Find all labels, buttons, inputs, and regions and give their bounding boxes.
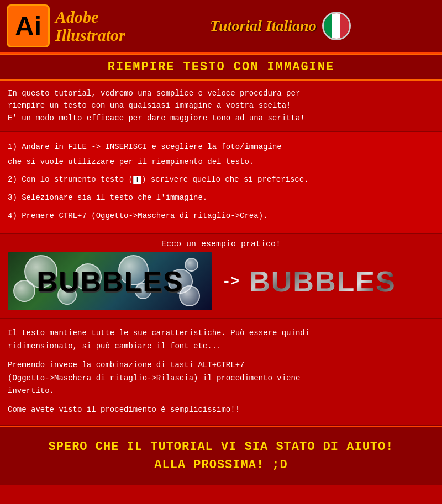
- italian-flag: [322, 12, 351, 40]
- bubbles-after-text: BUBBLES: [249, 265, 396, 298]
- step2-text-pre: 2) Con lo strumento testo (T) scrivere q…: [8, 175, 309, 184]
- flag-green: [324, 13, 332, 39]
- tutorial-italiano-label: Tutorial Italiano: [210, 17, 317, 35]
- t-key: T: [133, 176, 141, 184]
- step1-text: 1) Andare in FILE -> INSERISCI e sceglie…: [8, 142, 282, 166]
- section-title: RIEMPIRE TESTO CON IMMAGINE: [0, 54, 442, 81]
- footer-line2: ALLA PROSSIMA! ;D: [8, 456, 434, 474]
- steps-block: 1) Andare in FILE -> INSERISCI e sceglie…: [0, 132, 442, 234]
- step1-line: 1) Andare in FILE -> INSERISCI e sceglie…: [8, 140, 434, 169]
- step3-text: 3) Selezionare sia il testo che l'immagi…: [8, 193, 207, 202]
- arrow-separator: ->: [222, 273, 239, 290]
- tutorial-title-area: Tutorial Italiano: [125, 12, 435, 40]
- ai-logo-text: Ai: [15, 11, 41, 41]
- ai-logo: Ai: [7, 4, 50, 47]
- example-label: Ecco un esempio pratico!: [0, 234, 442, 252]
- info-block: Il testo mantiene tutte le sue caratteri…: [0, 319, 442, 426]
- bubble-deco-2: [13, 280, 35, 302]
- step3-line: 3) Selezionare sia il testo che l'immagi…: [8, 190, 434, 205]
- example-visual: BUBBLES -> BUBBLES: [0, 252, 442, 319]
- footer-block: SPERO CHE IL TUTORIAL VI SIA STATO DI AI…: [0, 426, 442, 485]
- bubbles-result-label: BUBBLES: [249, 266, 396, 298]
- footer-line1: SPERO CHE IL TUTORIAL VI SIA STATO DI AI…: [8, 438, 434, 456]
- bubbles-before-text: BUBBLES: [36, 265, 183, 298]
- header-bar: Ai Adobe Illustrator Tutorial Italiano: [0, 0, 442, 54]
- step4-line: 4) Premere CTRL+7 (Oggetto->Maschera di …: [8, 209, 434, 224]
- adobe-illustrator-title: Adobe Illustrator: [55, 8, 125, 44]
- flag-white: [332, 13, 340, 39]
- info-text3: Come avete visto il procedimento è sempl…: [8, 404, 434, 417]
- arrow-text: ->: [222, 273, 239, 290]
- info-text2: Premendo invece la combinazione di tasti…: [8, 359, 434, 398]
- step2-line: 2) Con lo strumento testo (T) scrivere q…: [8, 172, 434, 187]
- flag-red-stripe: [340, 13, 349, 39]
- adobe-line1: Adobe: [55, 8, 125, 26]
- intro-block: In questo tutorial, vedremo una semplice…: [0, 81, 442, 132]
- bubbles-before-image: BUBBLES: [8, 252, 212, 310]
- intro-text: In questo tutorial, vedremo una semplice…: [8, 89, 305, 123]
- adobe-line2: Illustrator: [55, 26, 125, 44]
- step4-text: 4) Premere CTRL+7 (Oggetto->Maschera di …: [8, 211, 267, 220]
- bubble-deco-8: [185, 258, 198, 272]
- info-text1: Il testo mantiene tutte le sue caratteri…: [8, 327, 434, 353]
